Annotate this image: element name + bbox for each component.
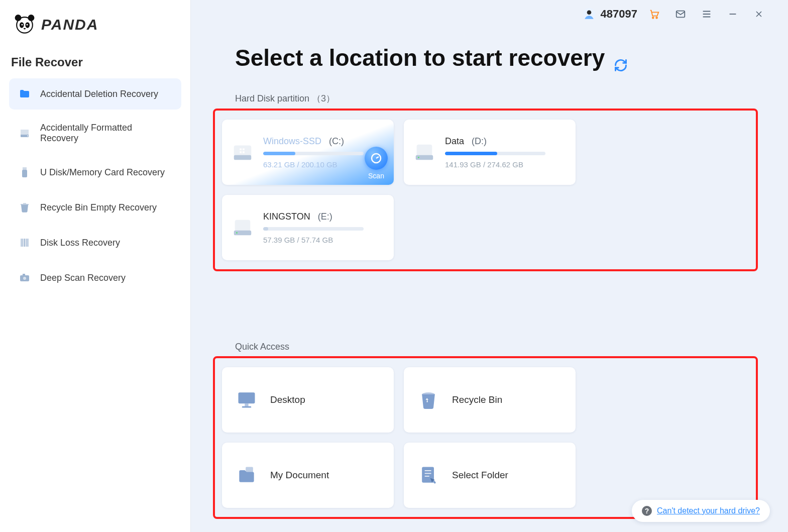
partition-letter: (D:) [472,136,487,146]
panda-icon [13,12,36,37]
desktop-icon [235,388,258,411]
svg-point-6 [27,24,28,26]
page-title: Select a location to start recovery [235,44,770,71]
svg-rect-24 [240,151,242,153]
partition-body: Data (D:) 141.93 GB / 274.62 GB [445,136,567,169]
sidebar-item-usb[interactable]: U Disk/Memory Card Recovery [9,157,181,188]
svg-point-2 [28,15,34,21]
sidebar-item-label: Accidental Deletion Recovery [40,89,158,99]
drive-icon [231,141,254,164]
quick-card-select-folder[interactable]: Select Folder [404,443,576,508]
user-id: 487097 [601,8,637,21]
usb-icon [18,166,31,179]
partition-usage-bar [263,227,364,231]
quick-access-highlight-box: Desktop Recycle Bin My Document Select F… [213,356,758,519]
scan-badge[interactable]: Scan [365,147,388,180]
brand-name: PANDA [41,16,98,33]
partition-name-row: KINGSTON (E:) [263,211,385,222]
menu-button[interactable] [698,5,716,23]
sidebar-section-title: File Recover [9,51,181,78]
partition-total: 274.62 GB [487,160,523,169]
quick-card-label: Desktop [270,394,305,405]
partition-total: 57.74 GB [301,236,333,244]
book-icon [18,236,31,249]
svg-rect-34 [245,403,248,406]
cart-button[interactable] [645,5,663,23]
svg-point-8 [27,136,28,137]
sidebar-item-label: Accidentally Formatted Recovery [40,123,172,144]
partition-letter: (E:) [318,211,332,222]
partition-used: 57.39 GB [263,236,295,244]
scan-label: Scan [368,172,384,180]
brand-logo: PANDA [9,0,181,51]
document-icon [235,464,258,487]
partition-name: KINGSTON [263,211,310,222]
partition-usage-bar [445,152,545,155]
partition-card-d[interactable]: Data (D:) 141.93 GB / 274.62 GB [404,120,576,185]
partitions-count: （3） [312,93,335,103]
quick-card-desktop[interactable]: Desktop [222,367,394,433]
svg-point-5 [22,24,23,26]
help-icon: ? [642,506,652,516]
trash-icon [18,201,31,214]
partition-used: 141.93 GB [445,160,481,169]
refresh-button[interactable] [614,51,628,65]
minimize-button[interactable] [724,5,742,23]
sidebar-item-label: U Disk/Memory Card Recovery [40,167,165,178]
close-button[interactable] [750,5,768,23]
sidebar-item-disk-loss[interactable]: Disk Loss Recovery [9,227,181,258]
partition-letter: (C:) [329,136,344,146]
svg-point-18 [656,17,657,19]
svg-rect-30 [235,220,251,232]
partition-usage-text: 141.93 GB / 274.62 GB [445,160,567,169]
sidebar-item-recycle-bin[interactable]: Recycle Bin Empty Recovery [9,192,181,223]
partition-name-row: Windows-SSD (C:) [263,136,385,147]
user-avatar-icon [583,8,596,21]
svg-rect-25 [243,151,245,153]
svg-point-17 [652,17,654,19]
app-window: PANDA File Recover Accidental Deletion R… [0,0,788,532]
partition-total: 200.10 GB [301,160,337,169]
svg-rect-33 [239,392,255,403]
sidebar-item-formatted[interactable]: Accidentally Formatted Recovery [9,114,181,153]
svg-point-1 [15,15,22,21]
svg-rect-21 [234,155,252,160]
partitions-label: Hard Disk partition （3） [235,92,770,104]
svg-rect-10 [22,170,27,177]
titlebar: 487097 [209,0,770,28]
main-panel: 487097 Select a location to start recove… [191,0,788,532]
svg-rect-14 [23,274,25,275]
svg-point-36 [422,392,435,396]
page-title-text: Select a location to start recovery [235,44,605,71]
drive-icon [231,216,254,239]
sidebar-item-label: Deep Scan Recovery [40,273,126,283]
sidebar-nav: Accidental Deletion Recovery Accidentall… [9,78,181,293]
sidebar-item-deep-scan[interactable]: Deep Scan Recovery [9,262,181,293]
svg-rect-23 [243,148,245,150]
partitions-highlight-box: Windows-SSD (C:) 63.21 GB / 200.10 GB Sc… [213,109,758,271]
partition-card-c[interactable]: Windows-SSD (C:) 63.21 GB / 200.10 GB Sc… [222,120,394,185]
quick-card-label: Recycle Bin [452,394,502,405]
help-chip[interactable]: ? Can't detect your hard drive? [632,500,770,522]
sidebar-item-label: Disk Loss Recovery [40,238,120,248]
svg-point-16 [587,10,591,15]
user-info[interactable]: 487097 [583,8,637,21]
quick-card-recycle-bin[interactable]: Recycle Bin [404,367,576,433]
partition-usage-bar [263,152,364,155]
svg-point-7 [24,28,26,30]
mail-button[interactable] [671,5,690,23]
svg-rect-27 [417,145,432,156]
scan-icon [365,147,388,170]
partition-used: 63.21 GB [263,160,295,169]
partition-card-e[interactable]: KINGSTON (E:) 57.39 GB / 57.74 GB [222,195,394,260]
quick-access-label: Quick Access [235,342,770,352]
quick-card-my-document[interactable]: My Document [222,443,394,508]
svg-point-32 [236,232,238,234]
svg-rect-35 [242,406,251,408]
partition-name-row: Data (D:) [445,136,567,147]
select-folder-icon [417,464,440,487]
sidebar-item-accidental-deletion[interactable]: Accidental Deletion Recovery [9,78,181,110]
quick-access-label-text: Quick Access [235,342,289,352]
help-link[interactable]: Can't detect your hard drive? [657,506,760,515]
camera-icon [18,271,31,284]
